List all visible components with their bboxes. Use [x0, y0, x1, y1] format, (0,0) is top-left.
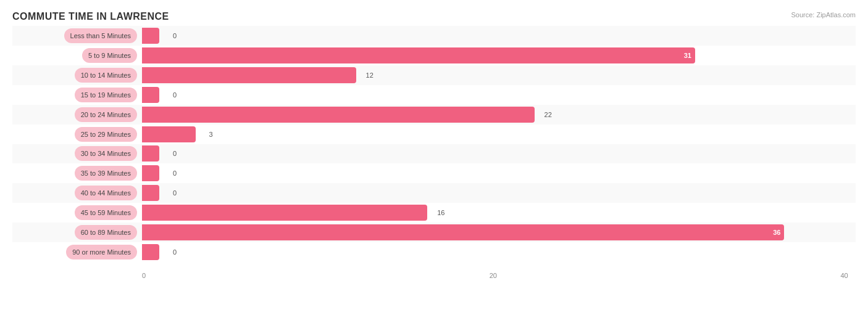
- bar-label: Less than 5 Minutes: [12, 28, 142, 43]
- bar-fill: 0: [142, 28, 159, 44]
- bars-area: Less than 5 Minutes05 to 9 Minutes3110 t…: [12, 26, 856, 262]
- table-row: 25 to 29 Minutes3: [12, 125, 856, 144]
- bar-label-pill: 45 to 59 Minutes: [75, 205, 137, 220]
- bar-label: 60 to 89 Minutes: [12, 225, 142, 240]
- bar-label-pill: 60 to 89 Minutes: [75, 225, 137, 240]
- x-label-40: 40: [841, 272, 848, 279]
- bar-track: 3: [142, 126, 856, 142]
- table-row: 60 to 89 Minutes36: [12, 223, 856, 242]
- bar-fill: 22: [142, 107, 535, 123]
- bar-label-pill: 10 to 14 Minutes: [75, 68, 137, 83]
- bar-label: 5 to 9 Minutes: [12, 48, 142, 63]
- bar-label-pill: 15 to 19 Minutes: [75, 88, 137, 102]
- bar-label: 35 to 39 Minutes: [12, 166, 142, 181]
- bar-fill: 0: [142, 244, 159, 260]
- bar-value: 16: [437, 209, 444, 216]
- bar-label-pill: 20 to 24 Minutes: [75, 107, 137, 122]
- bar-label-pill: 25 to 29 Minutes: [75, 127, 137, 142]
- table-row: 40 to 44 Minutes0: [12, 183, 856, 203]
- bar-track: 22: [142, 107, 856, 123]
- bar-label-pill: Less than 5 Minutes: [64, 28, 137, 43]
- bar-track: 0: [142, 185, 856, 201]
- x-label-0: 0: [142, 272, 146, 279]
- bar-track: 0: [142, 165, 856, 181]
- x-axis: 0 20 40: [142, 272, 856, 279]
- bar-value: 36: [773, 229, 780, 236]
- bar-label-pill: 30 to 34 Minutes: [75, 146, 137, 161]
- bar-label: 15 to 19 Minutes: [12, 88, 142, 102]
- chart-area: Less than 5 Minutes05 to 9 Minutes3110 t…: [12, 26, 856, 279]
- bar-label: 25 to 29 Minutes: [12, 127, 142, 142]
- bar-fill: 3: [142, 126, 196, 142]
- source-text: Source: ZipAtlas.com: [791, 11, 856, 18]
- bar-label-pill: 5 to 9 Minutes: [82, 48, 137, 63]
- bar-track: 0: [142, 244, 856, 260]
- bar-fill: 0: [142, 87, 159, 103]
- bar-value: 22: [545, 111, 552, 118]
- bar-value: 12: [366, 72, 373, 79]
- bar-fill: 0: [142, 165, 159, 181]
- bar-fill: 36: [142, 224, 784, 240]
- bar-label: 40 to 44 Minutes: [12, 186, 142, 200]
- table-row: 45 to 59 Minutes16: [12, 203, 856, 223]
- bar-value: 0: [173, 150, 177, 157]
- bar-label-pill: 40 to 44 Minutes: [75, 186, 137, 200]
- table-row: 90 or more Minutes0: [12, 242, 856, 262]
- bar-label-pill: 35 to 39 Minutes: [75, 166, 137, 181]
- bar-track: 36: [142, 224, 856, 240]
- bar-fill: 0: [142, 145, 159, 162]
- bar-track: 16: [142, 205, 856, 221]
- bar-fill: 31: [142, 47, 695, 63]
- table-row: 35 to 39 Minutes0: [12, 163, 856, 183]
- chart-container: COMMUTE TIME IN LAWRENCE Source: ZipAtla…: [0, 0, 868, 323]
- table-row: 30 to 34 Minutes0: [12, 144, 856, 164]
- table-row: 20 to 24 Minutes22: [12, 105, 856, 125]
- bar-track: 0: [142, 28, 856, 44]
- bar-value: 0: [173, 170, 177, 177]
- bar-track: 12: [142, 67, 856, 83]
- bar-value: 0: [173, 248, 177, 256]
- bar-fill: 16: [142, 205, 427, 221]
- bar-label: 10 to 14 Minutes: [12, 68, 142, 83]
- table-row: 10 to 14 Minutes12: [12, 65, 856, 85]
- bar-track: 0: [142, 87, 856, 103]
- bar-label: 45 to 59 Minutes: [12, 205, 142, 220]
- x-label-20: 20: [490, 272, 497, 279]
- table-row: Less than 5 Minutes0: [12, 26, 856, 46]
- bar-value: 0: [173, 189, 177, 197]
- bar-value: 3: [209, 131, 213, 138]
- table-row: 15 to 19 Minutes0: [12, 85, 856, 105]
- bar-fill: 0: [142, 185, 159, 201]
- bar-value: 31: [684, 52, 691, 59]
- bar-fill: 12: [142, 67, 356, 83]
- chart-title: COMMUTE TIME IN LAWRENCE: [12, 11, 856, 22]
- bar-track: 0: [142, 145, 856, 162]
- bar-label: 90 or more Minutes: [12, 245, 142, 260]
- bar-value: 0: [173, 91, 177, 99]
- bar-label-pill: 90 or more Minutes: [66, 245, 137, 260]
- bar-track: 31: [142, 47, 856, 63]
- bar-label: 30 to 34 Minutes: [12, 146, 142, 161]
- bar-value: 0: [173, 32, 177, 39]
- bar-label: 20 to 24 Minutes: [12, 107, 142, 122]
- table-row: 5 to 9 Minutes31: [12, 46, 856, 65]
